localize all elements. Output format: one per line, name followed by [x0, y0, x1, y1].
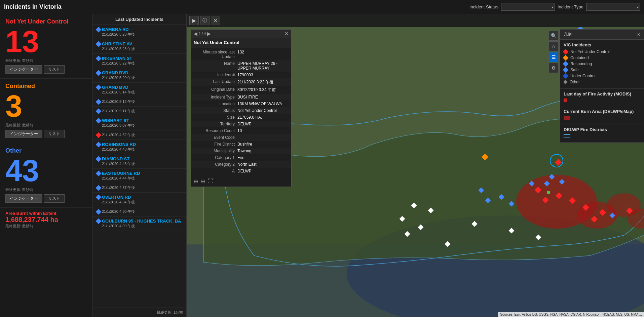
popup-field-key: Territory: [194, 122, 237, 126]
incident-time: 21/1/2020 5:23 午後: [102, 46, 183, 51]
map-info-btn[interactable]: ⓘ: [200, 16, 210, 25]
incident-name: WISHART ST: [102, 118, 183, 123]
legend-burn-title: Current Burn Area (DELWP/eMap): [564, 109, 640, 114]
map-close-btn[interactable]: ✕: [211, 16, 220, 25]
list-item[interactable]: ROBINSONS RD21/1/2020 4:48 午後: [92, 140, 186, 154]
contained-tabs: インジケーター リスト: [5, 130, 87, 138]
incident-name: DIAMOND ST: [102, 156, 183, 161]
popup-content: Minutes since last Update132NameUPPER MU…: [191, 47, 291, 176]
incident-time: 21/1/2020 5:12 午後: [102, 99, 183, 104]
contained-tab-list[interactable]: リスト: [44, 130, 65, 138]
map-toolbar: ▶ ⓘ ✕: [187, 14, 644, 27]
legend-districts-icon: [564, 134, 570, 138]
legend-burn-item: [564, 116, 640, 120]
stat-block-not-yet: Not Yet Under Control 13 最終更新: 数秒前 インジケー…: [0, 14, 92, 79]
stat-block-contained: Contained 3 最終更新: 数秒前 インジケーター リスト: [0, 79, 92, 143]
popup-field-value: 132: [237, 50, 289, 59]
incident-type-select-wrapper[interactable]: [586, 3, 640, 11]
incident-type-icon: [96, 109, 102, 114]
incident-type-icon: [96, 99, 102, 105]
list-item[interactable]: 21/1/2020 4:52 午後: [92, 130, 186, 140]
incident-time: 21/1/2020 4:52 午後: [102, 132, 183, 137]
popup-nav: ◀ 1 / 4 ▶: [194, 31, 211, 36]
popup-row: Event Code: [191, 134, 291, 141]
list-item[interactable]: 21/1/2020 5:12 午後: [92, 97, 186, 107]
popup-next-btn[interactable]: ▶: [207, 31, 211, 36]
home-map-btn[interactable]: ⌂: [548, 41, 559, 51]
incident-time: 21/1/2020 5:20 午後: [102, 75, 183, 80]
map-right-toolbar: 🔍 ⌂ ☰ ⚙: [547, 29, 560, 74]
contained-updated: 最終更新: 数秒前: [5, 123, 33, 128]
legend-responding: Responding: [564, 62, 640, 66]
list-item[interactable]: CHRISTINE AV21/1/2020 5:23 午後: [92, 39, 186, 54]
popup-field-value: Fire: [237, 155, 289, 160]
not-yet-tab-indicator[interactable]: インジケーター: [5, 65, 42, 74]
contained-tab-indicator[interactable]: インジケーター: [5, 130, 42, 138]
legend-close-btn[interactable]: ✕: [637, 32, 640, 37]
incident-type-label: Incident Type: [558, 4, 583, 9]
incident-type-select[interactable]: [586, 3, 640, 11]
incident-type-icon: [96, 219, 102, 224]
legend-section-districts: DELWP Fire Districts: [560, 124, 644, 143]
list-item[interactable]: OVERTON RD21/1/2020 4:34 午後: [92, 193, 186, 207]
list-item[interactable]: 21/1/2020 4:37 午後: [92, 183, 186, 193]
popup-close-btn[interactable]: ✕: [285, 31, 289, 36]
legend-districts-title: DELWP Fire Districts: [564, 127, 640, 132]
popup-expand-btn[interactable]: ⛶: [208, 178, 213, 185]
not-yet-tab-list[interactable]: リスト: [44, 65, 65, 74]
popup-field-value: Towong: [237, 149, 289, 153]
popup-field-value: North East: [237, 162, 289, 167]
search-map-btn[interactable]: 🔍: [548, 31, 559, 41]
incident-type-icon: [96, 195, 102, 200]
popup-field-key: Category 2: [194, 162, 237, 167]
other-tab-indicator[interactable]: インジケーター: [5, 194, 42, 203]
popup-row: Fire DistrictBushfire: [191, 141, 291, 148]
legend-safe: Safe: [564, 68, 640, 72]
popup-nav-text: 1 / 4: [199, 32, 206, 36]
list-item[interactable]: INKERMAN ST21/1/2020 5:22 午後: [92, 54, 186, 68]
popup-zoom-btn[interactable]: ⊕: [194, 178, 198, 185]
marker-green-1[interactable]: [547, 191, 550, 194]
list-map-btn[interactable]: ☰: [548, 52, 559, 62]
legend-safe-label: Safe: [570, 68, 579, 72]
selected-circle: [550, 154, 563, 167]
incident-time: 21/1/2020 5:22 午後: [102, 61, 183, 66]
list-item[interactable]: 21/1/2020 5:11 午後: [92, 107, 186, 116]
incident-type-icon: [96, 27, 102, 33]
popup-zoomout-btn[interactable]: ⊖: [201, 178, 205, 185]
popup-row: StatusNot Yet Under Control: [191, 107, 291, 114]
map-play-btn[interactable]: ▶: [189, 16, 199, 25]
incident-name: GRAND BVD: [102, 70, 183, 75]
incident-time: 21/1/2020 4:46 午後: [102, 161, 183, 166]
legend-blue2-icon: [563, 67, 569, 73]
popup-field-value: 1790093: [237, 73, 289, 77]
popup-row: Minutes since last Update132: [191, 49, 291, 60]
incident-list: BAMBRA RD21/1/2020 5:23 午後CHRISTINE AV21…: [92, 25, 186, 308]
list-item[interactable]: GOULBURN 95 - HUGHES TRACK, BA21/1/2020 …: [92, 216, 186, 231]
list-item[interactable]: DIAMOND ST21/1/2020 4:46 午後: [92, 154, 186, 169]
popup-row: NameUPPER MURRAY 26 - UPPER MURRAY: [191, 60, 291, 72]
incident-type-icon: [96, 132, 102, 138]
list-item[interactable]: WISHART ST21/1/2020 5:07 午後: [92, 116, 186, 130]
list-item[interactable]: GRAND BVD21/1/2020 5:20 午後: [92, 68, 186, 83]
popup-prev-btn[interactable]: ◀: [194, 31, 197, 36]
list-item[interactable]: EASTBOURNE RD21/1/2020 4:44 午後: [92, 169, 186, 183]
list-item[interactable]: BAMBRA RD21/1/2020 5:23 午後: [92, 25, 186, 39]
other-tab-list[interactable]: リスト: [44, 194, 65, 203]
incident-status-select[interactable]: [501, 3, 555, 11]
incident-time: 21/1/2020 5:11 午後: [102, 109, 183, 114]
incident-type-icon: [96, 41, 102, 47]
settings-map-btn[interactable]: ⚙: [548, 63, 559, 73]
legend-section-burn: Current Burn Area (DELWP/eMap): [560, 106, 644, 124]
incident-time: 21/1/2020 4:09 午後: [102, 224, 183, 229]
incident-time: 21/1/2020 4:37 午後: [102, 185, 183, 190]
list-item[interactable]: 21/1/2020 4:30 午後: [92, 207, 186, 216]
popup-field-value: 21/1/2020 3:22 午後: [237, 79, 289, 85]
popup-field-key: Fire District: [194, 142, 237, 147]
incident-status-label: Incident Status: [469, 4, 498, 9]
incident-name: GRAND BVD: [102, 85, 183, 90]
area-burnt-block: Area Burnt within Extent 1,688,237.744 h…: [0, 208, 92, 231]
legend-darkblue-icon: [563, 73, 569, 79]
list-item[interactable]: GRAND BVD21/1/2020 5:14 午後: [92, 83, 186, 97]
incident-status-select-wrapper[interactable]: [501, 3, 555, 11]
